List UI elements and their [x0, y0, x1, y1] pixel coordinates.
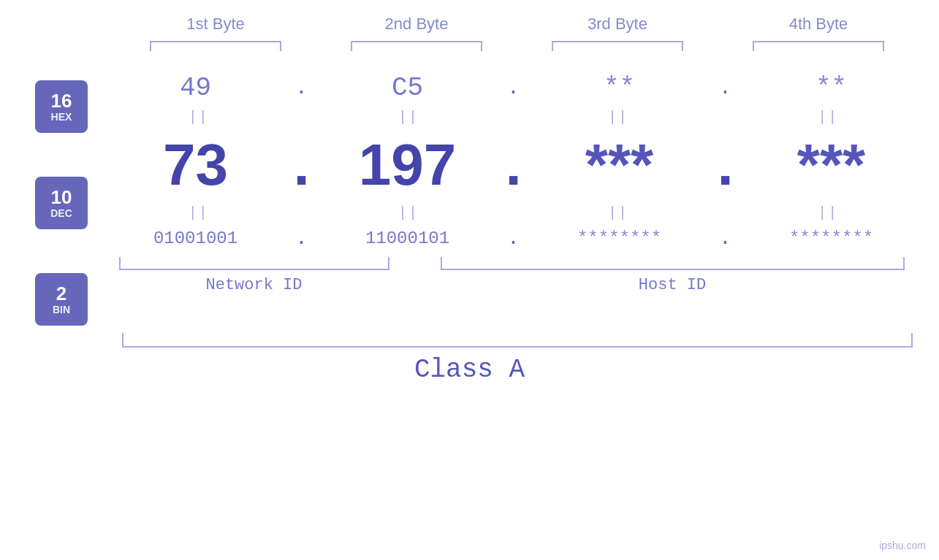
bin-b3-value: ********: [577, 229, 661, 248]
dec-dot2: .: [503, 131, 525, 199]
byte-headers: 1st Byte 2nd Byte 3rd Byte 4th Byte: [115, 15, 919, 34]
hex-b3-value: **: [604, 73, 635, 103]
dec-b1-cell: 73: [123, 131, 269, 199]
bin-dot3: .: [715, 227, 737, 250]
dec-dot3: .: [715, 131, 737, 199]
host-id-label: Host ID: [441, 276, 905, 294]
bin-badge-label: BIN: [53, 304, 70, 315]
dec-b3-cell: ***: [547, 131, 693, 199]
dec-badge-label: DEC: [50, 207, 72, 219]
bin-dot2: .: [503, 227, 525, 250]
bin-row: 01001001 . 11000101 . ******** . *******…: [112, 227, 916, 250]
bracket-b3: [552, 41, 683, 51]
bracket-b1: [150, 41, 281, 51]
bin-b2-cell: 11000101: [335, 229, 481, 248]
hex-badge-num: 16: [51, 91, 72, 112]
outer-bracket: [122, 333, 913, 348]
dec-b2-value: 197: [359, 132, 456, 197]
hex-b4-value: **: [816, 73, 847, 103]
dec-badge-num: 10: [51, 187, 72, 208]
bin-dot1: .: [291, 227, 313, 250]
sep-b3: ||: [538, 109, 699, 126]
bin-b1-cell: 01001001: [123, 229, 269, 248]
hex-b3-cell: **: [547, 73, 693, 103]
hex-b4-cell: **: [759, 73, 905, 103]
badges-column: 16 HEX 10 DEC 2 BIN: [0, 73, 88, 326]
hex-dot3: .: [715, 77, 737, 99]
dec-row: 73 . 197 . *** . ***: [112, 131, 916, 199]
hex-row: 49 . C5 . ** . **: [112, 73, 916, 103]
hex-b2-value: C5: [392, 73, 423, 103]
byte3-header: 3rd Byte: [537, 15, 698, 34]
dec-b4-value: ***: [797, 132, 865, 197]
hex-b1-cell: 49: [123, 73, 269, 103]
dec-dot1: .: [291, 131, 313, 199]
sep2-b2: ||: [328, 204, 489, 221]
bin-badge: 2 BIN: [35, 273, 88, 326]
bin-b2-value: 11000101: [365, 229, 449, 248]
byte1-header: 1st Byte: [135, 15, 296, 34]
sep2-b4: ||: [748, 204, 908, 221]
byte2-header: 2nd Byte: [336, 15, 497, 34]
hex-dot2: .: [503, 77, 525, 99]
hex-b1-value: 49: [180, 73, 211, 103]
network-id-label: Network ID: [119, 276, 389, 294]
bin-b4-value: ********: [789, 229, 873, 248]
hex-dec-separator: || || || ||: [112, 109, 916, 126]
dec-badge: 10 DEC: [35, 177, 88, 229]
hex-b2-cell: C5: [335, 73, 481, 103]
hex-badge-label: HEX: [51, 111, 72, 123]
byte4-header: 4th Byte: [738, 15, 899, 34]
sep-b2: ||: [328, 109, 489, 126]
main-container: 1st Byte 2nd Byte 3rd Byte 4th Byte 16 H…: [0, 0, 939, 560]
sep2-b3: ||: [538, 204, 699, 221]
sep-b4: ||: [748, 109, 908, 126]
rows-column: 49 . C5 . ** . ** || ||: [88, 73, 939, 302]
class-label: Class A: [414, 355, 525, 385]
bracket-b4: [753, 41, 884, 51]
dec-b2-cell: 197: [335, 131, 481, 199]
bin-b1-value: 01001001: [153, 229, 237, 248]
hex-badge: 16 HEX: [35, 80, 88, 133]
watermark: ipshu.com: [879, 540, 926, 551]
bin-badge-num: 2: [56, 283, 66, 304]
bin-b4-cell: ********: [759, 229, 905, 248]
dec-bin-separator: || || || ||: [112, 204, 916, 221]
host-id-bracket: [441, 257, 905, 270]
dec-b1-value: 73: [163, 132, 228, 197]
bracket-b2: [351, 41, 482, 51]
network-id-bracket: [119, 257, 389, 270]
sep2-b1: ||: [118, 204, 279, 221]
sep-b1: ||: [118, 109, 279, 126]
dec-b4-cell: ***: [759, 131, 905, 199]
bin-b3-cell: ********: [547, 229, 693, 248]
hex-dot1: .: [291, 77, 313, 99]
top-brackets: [115, 41, 919, 51]
dec-b3-value: ***: [585, 132, 653, 197]
